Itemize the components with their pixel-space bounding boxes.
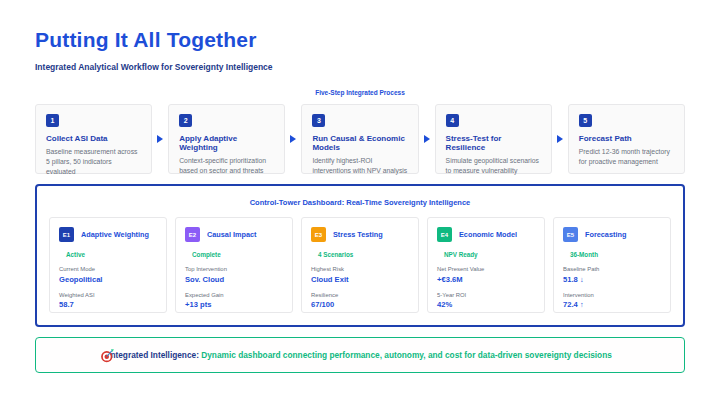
metric-label: Net Present Value — [437, 266, 535, 272]
process-steps-row: 1 Collect ASI Data Baseline measurement … — [35, 104, 685, 174]
card-title: Adaptive Weighting — [81, 230, 149, 239]
metric-label: 5-Year ROI — [437, 292, 535, 298]
metric-label: Expected Gain — [185, 292, 283, 298]
integrated-intelligence-banner: Integrated Intelligence: Dynamic dashboa… — [35, 337, 685, 373]
dashboard-card-economic-model: E4 Economic Model NPV Ready Net Present … — [427, 217, 545, 313]
card-header: E4 Economic Model — [437, 227, 535, 242]
control-tower-dashboard-panel: Control-Tower Dashboard: Real-Time Sover… — [35, 184, 685, 327]
card-header: E1 Adaptive Weighting — [59, 227, 157, 242]
step-description: Simulate geopolitical scenarios to measu… — [446, 156, 541, 176]
metric-label: Intervention — [563, 292, 661, 298]
engine-badge: E1 — [59, 227, 74, 242]
metric-value: Geopolitical — [59, 275, 157, 284]
step-title: Apply Adaptive Weighting — [179, 134, 274, 152]
card-title: Economic Model — [459, 230, 517, 239]
engine-badge: E5 — [563, 227, 578, 242]
banner-label: Integrated Intelligence: — [108, 350, 199, 360]
metric-value: 58.7 — [59, 300, 157, 309]
metric-value: 51.8 ↓ — [563, 275, 661, 284]
dashboard-card-stress-testing: E3 Stress Testing 4 Scenarios Highest Ri… — [301, 217, 419, 313]
banner-message: Dynamic dashboard connecting performance… — [199, 350, 612, 360]
arrow-right-icon — [557, 135, 563, 143]
process-section-label: Five-Step Integrated Process — [35, 89, 685, 96]
step-card-forecast-path: 5 Forecast Path Predict 12-36 month traj… — [568, 104, 685, 174]
step-number-badge: 1 — [46, 114, 59, 127]
step-connector — [152, 104, 168, 174]
metric-label: Highest Risk — [311, 266, 409, 272]
status-badge: 4 Scenarios — [318, 251, 409, 258]
step-number-badge: 4 — [446, 114, 459, 127]
step-number-badge: 3 — [312, 114, 325, 127]
arrow-right-icon — [290, 135, 296, 143]
step-title: Forecast Path — [579, 134, 674, 143]
step-description: Context-specific prioritization based on… — [179, 156, 274, 176]
step-number-badge: 5 — [579, 114, 592, 127]
arrow-right-icon — [157, 135, 163, 143]
step-number-badge: 2 — [179, 114, 192, 127]
metric-value: Sov. Cloud — [185, 275, 283, 284]
step-description: Predict 12-36 month trajectory for proac… — [579, 147, 674, 167]
card-title: Causal Impact — [207, 230, 256, 239]
engine-badge: E3 — [311, 227, 326, 242]
metric-value: +€3.6M — [437, 275, 535, 284]
arrow-right-icon — [424, 135, 430, 143]
card-title: Forecasting — [585, 230, 626, 239]
card-title: Stress Testing — [333, 230, 383, 239]
card-header: E5 Forecasting — [563, 227, 661, 242]
step-card-apply-adaptive-weighting: 2 Apply Adaptive Weighting Context-speci… — [168, 104, 285, 174]
card-header: E3 Stress Testing — [311, 227, 409, 242]
status-badge: Complete — [192, 251, 283, 258]
engine-badge: E2 — [185, 227, 200, 242]
status-badge: Active — [66, 251, 157, 258]
status-badge: 36-Month — [570, 251, 661, 258]
metric-value: 42% — [437, 300, 535, 309]
step-title: Run Causal & Economic Models — [312, 134, 407, 152]
metric-value: 67/100 — [311, 300, 409, 309]
metric-value: +13 pts — [185, 300, 283, 309]
metric-label: Baseline Path — [563, 266, 661, 272]
dashboard-cards-row: E1 Adaptive Weighting Active Current Mod… — [49, 217, 671, 313]
metric-label: Top Intervention — [185, 266, 283, 272]
step-connector — [419, 104, 435, 174]
step-card-stress-test-for-resilience: 4 Stress-Test for Resilience Simulate ge… — [435, 104, 552, 174]
status-badge: NPV Ready — [444, 251, 535, 258]
metric-value: Cloud Exit — [311, 275, 409, 284]
metric-label: Weighted ASI — [59, 292, 157, 298]
dashboard-title: Control-Tower Dashboard: Real-Time Sover… — [49, 198, 671, 207]
slide: Putting It All Together Integrated Analy… — [0, 0, 720, 373]
metric-label: Resilience — [311, 292, 409, 298]
step-title: Collect ASI Data — [46, 134, 141, 143]
step-connector — [552, 104, 568, 174]
step-title: Stress-Test for Resilience — [446, 134, 541, 152]
dashboard-card-forecasting: E5 Forecasting 36-Month Baseline Path 51… — [553, 217, 671, 313]
card-header: E2 Causal Impact — [185, 227, 283, 242]
target-icon — [100, 348, 115, 367]
step-card-run-causal-economic-models: 3 Run Causal & Economic Models Identify … — [301, 104, 418, 174]
banner-text: Integrated Intelligence: Dynamic dashboa… — [108, 350, 612, 360]
engine-badge: E4 — [437, 227, 452, 242]
step-connector — [285, 104, 301, 174]
dashboard-card-adaptive-weighting: E1 Adaptive Weighting Active Current Mod… — [49, 217, 167, 313]
page-title: Putting It All Together — [35, 28, 685, 52]
metric-label: Current Mode — [59, 266, 157, 272]
page-subtitle: Integrated Analytical Workflow for Sover… — [35, 62, 685, 72]
dashboard-card-causal-impact: E2 Causal Impact Complete Top Interventi… — [175, 217, 293, 313]
metric-value: 72.4 ↑ — [563, 300, 661, 309]
step-description: Identify highest-ROI interventions with … — [312, 156, 407, 176]
step-card-collect-asi-data: 1 Collect ASI Data Baseline measurement … — [35, 104, 152, 174]
step-description: Baseline measurement across 5 pillars, 5… — [46, 147, 141, 177]
